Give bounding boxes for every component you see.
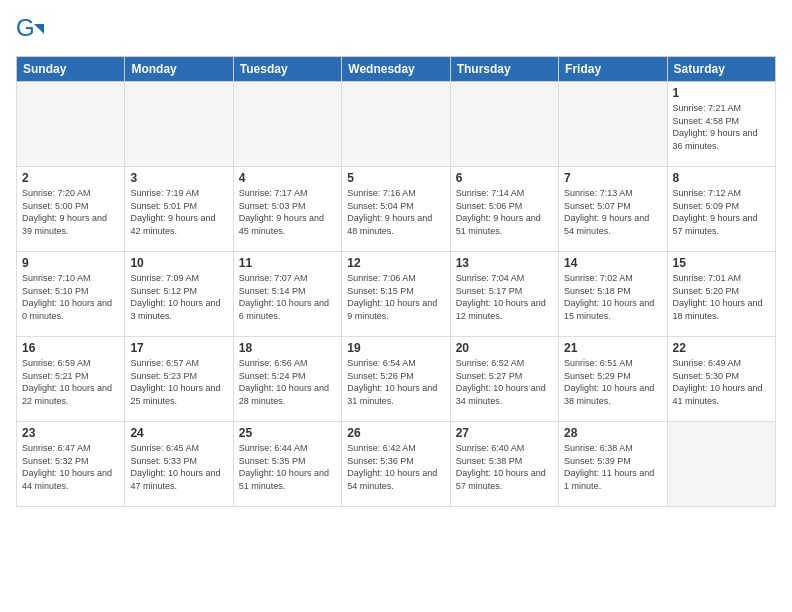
calendar-cell xyxy=(559,82,667,167)
day-number: 5 xyxy=(347,171,444,185)
day-number: 6 xyxy=(456,171,553,185)
day-number: 28 xyxy=(564,426,661,440)
calendar-week-5: 23Sunrise: 6:47 AM Sunset: 5:32 PM Dayli… xyxy=(17,422,776,507)
weekday-header-sunday: Sunday xyxy=(17,57,125,82)
day-number: 2 xyxy=(22,171,119,185)
day-number: 21 xyxy=(564,341,661,355)
svg-text:G: G xyxy=(16,16,35,41)
calendar-cell: 3Sunrise: 7:19 AM Sunset: 5:01 PM Daylig… xyxy=(125,167,233,252)
day-info: Sunrise: 7:01 AM Sunset: 5:20 PM Dayligh… xyxy=(673,272,770,322)
calendar-cell: 11Sunrise: 7:07 AM Sunset: 5:14 PM Dayli… xyxy=(233,252,341,337)
calendar-cell: 17Sunrise: 6:57 AM Sunset: 5:23 PM Dayli… xyxy=(125,337,233,422)
weekday-header-saturday: Saturday xyxy=(667,57,775,82)
calendar-cell: 8Sunrise: 7:12 AM Sunset: 5:09 PM Daylig… xyxy=(667,167,775,252)
day-number: 10 xyxy=(130,256,227,270)
day-info: Sunrise: 6:56 AM Sunset: 5:24 PM Dayligh… xyxy=(239,357,336,407)
day-info: Sunrise: 6:49 AM Sunset: 5:30 PM Dayligh… xyxy=(673,357,770,407)
logo: G xyxy=(16,16,46,44)
day-number: 8 xyxy=(673,171,770,185)
day-number: 19 xyxy=(347,341,444,355)
day-info: Sunrise: 6:52 AM Sunset: 5:27 PM Dayligh… xyxy=(456,357,553,407)
calendar-cell: 24Sunrise: 6:45 AM Sunset: 5:33 PM Dayli… xyxy=(125,422,233,507)
calendar-cell: 27Sunrise: 6:40 AM Sunset: 5:38 PM Dayli… xyxy=(450,422,558,507)
logo-icon: G xyxy=(16,16,44,44)
day-info: Sunrise: 7:12 AM Sunset: 5:09 PM Dayligh… xyxy=(673,187,770,237)
calendar-cell: 6Sunrise: 7:14 AM Sunset: 5:06 PM Daylig… xyxy=(450,167,558,252)
day-info: Sunrise: 7:13 AM Sunset: 5:07 PM Dayligh… xyxy=(564,187,661,237)
page-header: G xyxy=(16,16,776,44)
day-number: 1 xyxy=(673,86,770,100)
calendar-cell: 14Sunrise: 7:02 AM Sunset: 5:18 PM Dayli… xyxy=(559,252,667,337)
calendar-week-1: 1Sunrise: 7:21 AM Sunset: 4:58 PM Daylig… xyxy=(17,82,776,167)
day-info: Sunrise: 7:19 AM Sunset: 5:01 PM Dayligh… xyxy=(130,187,227,237)
calendar-cell xyxy=(125,82,233,167)
calendar-cell: 20Sunrise: 6:52 AM Sunset: 5:27 PM Dayli… xyxy=(450,337,558,422)
day-info: Sunrise: 7:10 AM Sunset: 5:10 PM Dayligh… xyxy=(22,272,119,322)
calendar-cell xyxy=(233,82,341,167)
day-info: Sunrise: 7:04 AM Sunset: 5:17 PM Dayligh… xyxy=(456,272,553,322)
day-info: Sunrise: 7:09 AM Sunset: 5:12 PM Dayligh… xyxy=(130,272,227,322)
day-info: Sunrise: 6:51 AM Sunset: 5:29 PM Dayligh… xyxy=(564,357,661,407)
calendar-cell: 7Sunrise: 7:13 AM Sunset: 5:07 PM Daylig… xyxy=(559,167,667,252)
day-info: Sunrise: 6:59 AM Sunset: 5:21 PM Dayligh… xyxy=(22,357,119,407)
calendar-cell: 1Sunrise: 7:21 AM Sunset: 4:58 PM Daylig… xyxy=(667,82,775,167)
calendar-week-2: 2Sunrise: 7:20 AM Sunset: 5:00 PM Daylig… xyxy=(17,167,776,252)
day-info: Sunrise: 6:40 AM Sunset: 5:38 PM Dayligh… xyxy=(456,442,553,492)
calendar-cell xyxy=(17,82,125,167)
day-number: 14 xyxy=(564,256,661,270)
day-info: Sunrise: 6:47 AM Sunset: 5:32 PM Dayligh… xyxy=(22,442,119,492)
weekday-header-thursday: Thursday xyxy=(450,57,558,82)
day-number: 22 xyxy=(673,341,770,355)
calendar-cell: 15Sunrise: 7:01 AM Sunset: 5:20 PM Dayli… xyxy=(667,252,775,337)
day-info: Sunrise: 7:21 AM Sunset: 4:58 PM Dayligh… xyxy=(673,102,770,152)
calendar-cell: 9Sunrise: 7:10 AM Sunset: 5:10 PM Daylig… xyxy=(17,252,125,337)
day-info: Sunrise: 7:02 AM Sunset: 5:18 PM Dayligh… xyxy=(564,272,661,322)
day-number: 15 xyxy=(673,256,770,270)
day-number: 24 xyxy=(130,426,227,440)
day-info: Sunrise: 6:57 AM Sunset: 5:23 PM Dayligh… xyxy=(130,357,227,407)
day-number: 20 xyxy=(456,341,553,355)
calendar-cell xyxy=(342,82,450,167)
day-info: Sunrise: 7:14 AM Sunset: 5:06 PM Dayligh… xyxy=(456,187,553,237)
day-info: Sunrise: 7:06 AM Sunset: 5:15 PM Dayligh… xyxy=(347,272,444,322)
day-number: 3 xyxy=(130,171,227,185)
calendar-cell xyxy=(667,422,775,507)
calendar-cell: 10Sunrise: 7:09 AM Sunset: 5:12 PM Dayli… xyxy=(125,252,233,337)
day-number: 4 xyxy=(239,171,336,185)
day-number: 26 xyxy=(347,426,444,440)
day-number: 11 xyxy=(239,256,336,270)
day-number: 13 xyxy=(456,256,553,270)
day-number: 16 xyxy=(22,341,119,355)
day-number: 12 xyxy=(347,256,444,270)
calendar-cell: 18Sunrise: 6:56 AM Sunset: 5:24 PM Dayli… xyxy=(233,337,341,422)
weekday-header-friday: Friday xyxy=(559,57,667,82)
day-number: 9 xyxy=(22,256,119,270)
calendar-cell: 12Sunrise: 7:06 AM Sunset: 5:15 PM Dayli… xyxy=(342,252,450,337)
svg-marker-1 xyxy=(34,24,44,34)
day-info: Sunrise: 7:17 AM Sunset: 5:03 PM Dayligh… xyxy=(239,187,336,237)
weekday-header-tuesday: Tuesday xyxy=(233,57,341,82)
calendar-cell: 16Sunrise: 6:59 AM Sunset: 5:21 PM Dayli… xyxy=(17,337,125,422)
calendar-cell: 22Sunrise: 6:49 AM Sunset: 5:30 PM Dayli… xyxy=(667,337,775,422)
day-info: Sunrise: 6:45 AM Sunset: 5:33 PM Dayligh… xyxy=(130,442,227,492)
calendar-cell xyxy=(450,82,558,167)
calendar-cell: 28Sunrise: 6:38 AM Sunset: 5:39 PM Dayli… xyxy=(559,422,667,507)
calendar-cell: 2Sunrise: 7:20 AM Sunset: 5:00 PM Daylig… xyxy=(17,167,125,252)
calendar-cell: 25Sunrise: 6:44 AM Sunset: 5:35 PM Dayli… xyxy=(233,422,341,507)
calendar-week-4: 16Sunrise: 6:59 AM Sunset: 5:21 PM Dayli… xyxy=(17,337,776,422)
day-info: Sunrise: 6:42 AM Sunset: 5:36 PM Dayligh… xyxy=(347,442,444,492)
calendar-cell: 23Sunrise: 6:47 AM Sunset: 5:32 PM Dayli… xyxy=(17,422,125,507)
calendar-week-3: 9Sunrise: 7:10 AM Sunset: 5:10 PM Daylig… xyxy=(17,252,776,337)
day-info: Sunrise: 6:54 AM Sunset: 5:26 PM Dayligh… xyxy=(347,357,444,407)
calendar-cell: 4Sunrise: 7:17 AM Sunset: 5:03 PM Daylig… xyxy=(233,167,341,252)
day-number: 7 xyxy=(564,171,661,185)
day-number: 23 xyxy=(22,426,119,440)
calendar-cell: 13Sunrise: 7:04 AM Sunset: 5:17 PM Dayli… xyxy=(450,252,558,337)
calendar-cell: 19Sunrise: 6:54 AM Sunset: 5:26 PM Dayli… xyxy=(342,337,450,422)
day-number: 27 xyxy=(456,426,553,440)
day-info: Sunrise: 6:38 AM Sunset: 5:39 PM Dayligh… xyxy=(564,442,661,492)
calendar-cell: 26Sunrise: 6:42 AM Sunset: 5:36 PM Dayli… xyxy=(342,422,450,507)
day-info: Sunrise: 7:07 AM Sunset: 5:14 PM Dayligh… xyxy=(239,272,336,322)
calendar-cell: 21Sunrise: 6:51 AM Sunset: 5:29 PM Dayli… xyxy=(559,337,667,422)
day-number: 18 xyxy=(239,341,336,355)
